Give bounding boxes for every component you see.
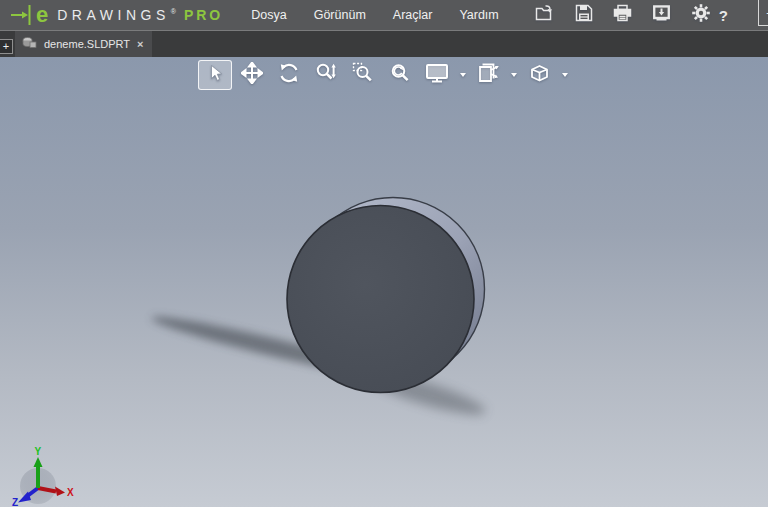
select-tool-button[interactable] bbox=[198, 60, 232, 90]
view-toolbar bbox=[195, 58, 573, 92]
orientation-cube-icon bbox=[528, 62, 551, 88]
tab-label: deneme.SLDPRT bbox=[44, 38, 130, 50]
svg-text:Y: Y bbox=[35, 446, 42, 457]
logo-e: e bbox=[36, 4, 48, 26]
help-button[interactable]: ? bbox=[719, 7, 728, 24]
full-screen-tool-button[interactable] bbox=[420, 60, 454, 90]
save-icon bbox=[575, 4, 593, 26]
view-orientation-dropdown-caret[interactable] bbox=[559, 60, 570, 90]
disc-body[interactable] bbox=[287, 198, 485, 393]
open-icon bbox=[535, 4, 554, 26]
view-orientation-tool-button[interactable] bbox=[522, 60, 556, 90]
pan-tool-button[interactable] bbox=[235, 60, 269, 90]
minimize-button[interactable]: – bbox=[759, 0, 768, 25]
menu-bar: Dosya Görünüm Araçlar Yardım bbox=[243, 4, 507, 26]
drawing-views-icon bbox=[476, 62, 500, 88]
logo-registered-mark: ® bbox=[171, 8, 176, 15]
window-controls: – □ × bbox=[758, 0, 768, 26]
menu-gorunum[interactable]: Görünüm bbox=[314, 4, 366, 26]
menu-dosya[interactable]: Dosya bbox=[251, 4, 286, 26]
titlebar-quick-actions bbox=[527, 3, 719, 27]
menu-araclar[interactable]: Araçlar bbox=[393, 4, 433, 26]
model-viewport[interactable]: Z X Y bbox=[0, 57, 768, 507]
zoom-fit-icon bbox=[389, 62, 411, 88]
zoom-to-area-tool-button[interactable] bbox=[346, 60, 380, 90]
logo-brand: DRAWINGS bbox=[57, 7, 169, 23]
zoom-area-icon bbox=[352, 62, 374, 88]
document-tab-bar: + deneme.SLDPRT × bbox=[0, 30, 768, 57]
publish-button[interactable] bbox=[650, 3, 674, 27]
cursor-icon bbox=[205, 63, 225, 87]
svg-text:Z: Z bbox=[12, 497, 18, 507]
zoom-to-fit-tool-button[interactable] bbox=[383, 60, 417, 90]
logo-edition: PRO bbox=[184, 7, 223, 23]
svg-text:X: X bbox=[67, 487, 74, 498]
drawing-views-tool-button[interactable] bbox=[471, 60, 505, 90]
pan-icon bbox=[241, 62, 263, 88]
logo-arrow-icon bbox=[10, 5, 32, 25]
open-button[interactable] bbox=[533, 3, 557, 27]
drawing-views-dropdown-caret[interactable] bbox=[508, 60, 519, 90]
part-file-icon bbox=[22, 35, 37, 53]
rotate-icon bbox=[278, 62, 300, 88]
rotate-tool-button[interactable] bbox=[272, 60, 306, 90]
print-button[interactable] bbox=[611, 3, 635, 27]
full-screen-dropdown-caret[interactable] bbox=[457, 60, 468, 90]
title-bar: e DRAWINGS ® PRO Dosya Görünüm Araçlar Y… bbox=[0, 0, 768, 30]
settings-button[interactable] bbox=[689, 3, 713, 27]
coordinate-triad: Z X Y bbox=[0, 445, 110, 507]
publish-icon bbox=[652, 4, 671, 26]
print-icon bbox=[613, 4, 632, 26]
tab-close-icon[interactable]: × bbox=[137, 38, 143, 50]
zoom-tool-button[interactable] bbox=[309, 60, 343, 90]
save-button[interactable] bbox=[572, 3, 596, 27]
disc-model[interactable] bbox=[0, 57, 768, 507]
edrawings-logo: e DRAWINGS ® PRO bbox=[10, 4, 223, 26]
settings-gear-icon bbox=[691, 3, 711, 27]
tab-deneme-sldprt[interactable]: deneme.SLDPRT × bbox=[15, 31, 152, 57]
zoom-in-out-icon bbox=[315, 62, 337, 88]
edrawings-window: e DRAWINGS ® PRO Dosya Görünüm Araçlar Y… bbox=[0, 0, 768, 507]
monitor-icon bbox=[425, 62, 449, 88]
menu-yardim[interactable]: Yardım bbox=[459, 4, 498, 26]
new-tab-button[interactable]: + bbox=[0, 39, 13, 54]
